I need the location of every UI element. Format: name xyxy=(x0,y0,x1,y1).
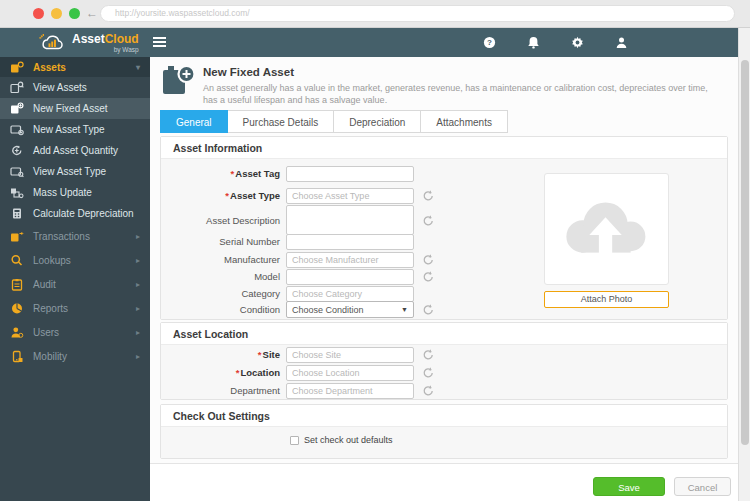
sidebar-item-mobility[interactable]: Mobility ▸ xyxy=(0,344,150,368)
back-arrow-icon[interactable]: ← xyxy=(86,6,98,20)
url-bar[interactable]: http://yoursite.waspassetcloud.com/ xyxy=(100,5,735,22)
form-tabs: General Purchase Details Depreciation At… xyxy=(160,110,508,133)
manufacturer-input[interactable] xyxy=(286,252,414,268)
serial-number-input[interactable] xyxy=(286,234,414,250)
maximize-window-icon[interactable] xyxy=(69,8,80,19)
refresh-icon[interactable] xyxy=(421,348,434,361)
sidebar-item-reports[interactable]: Reports ▸ xyxy=(0,296,150,320)
form-footer: Save Cancel xyxy=(150,463,738,501)
sidebar-item-users[interactable]: Users ▸ xyxy=(0,320,150,344)
tab-depreciation[interactable]: Depreciation xyxy=(334,110,421,133)
refresh-icon[interactable] xyxy=(421,384,434,397)
save-button[interactable]: Save xyxy=(593,477,665,496)
section-title-asset-information: Asset Information xyxy=(161,137,727,159)
sidebar-item-new-fixed-asset[interactable]: New Fixed Asset xyxy=(0,98,150,119)
transactions-icon xyxy=(10,230,24,243)
sidebar-item-add-asset-quantity[interactable]: Add Asset Quantity xyxy=(0,140,150,161)
chevron-right-icon: ▸ xyxy=(136,304,140,313)
section-title-asset-location: Asset Location xyxy=(161,323,727,345)
model-label: Model xyxy=(161,271,286,282)
sidebar-item-audit[interactable]: Audit ▸ xyxy=(0,272,150,296)
settings-gear-icon[interactable] xyxy=(571,36,584,49)
view-asset-type-icon xyxy=(10,165,24,178)
close-window-icon[interactable] xyxy=(33,8,44,19)
asset-tag-label: *Asset Tag xyxy=(161,168,286,179)
mass-update-icon xyxy=(10,186,24,199)
audit-clipboard-icon xyxy=(10,278,24,291)
refresh-icon[interactable] xyxy=(421,189,434,202)
notifications-bell-icon[interactable] xyxy=(527,36,540,49)
minimize-window-icon[interactable] xyxy=(51,8,62,19)
asset-type-input[interactable] xyxy=(286,188,414,204)
mobility-phone-icon xyxy=(10,350,24,363)
sidebar-item-transactions[interactable]: Transactions ▸ xyxy=(0,224,150,248)
manufacturer-label: Manufacturer xyxy=(161,254,286,265)
svg-text:?: ? xyxy=(487,38,492,47)
chevron-right-icon: ▸ xyxy=(136,256,140,265)
page-header: New Fixed Asset An asset generally has a… xyxy=(150,57,726,105)
cloud-upload-icon xyxy=(559,192,655,266)
brand-name-cloud: Cloud xyxy=(105,32,139,46)
condition-label: Condition xyxy=(161,304,286,315)
chevron-right-icon: ▸ xyxy=(136,328,140,337)
user-profile-icon[interactable] xyxy=(615,36,628,49)
model-input[interactable] xyxy=(286,269,414,285)
chevron-down-icon: ▾ xyxy=(136,63,140,72)
main-content: New Fixed Asset An asset generally has a… xyxy=(150,57,738,501)
app-header: AssetCloud by Wasp ? xyxy=(0,28,738,57)
photo-preview-panel xyxy=(544,173,669,285)
attach-photo-button[interactable]: Attach Photo xyxy=(544,291,669,308)
set-checkout-defaults-row[interactable]: Set check out defaults xyxy=(290,435,393,445)
asset-information-section: Asset Information *Asset Tag *Asset Type… xyxy=(160,136,728,320)
view-assets-icon xyxy=(10,81,24,94)
site-input[interactable] xyxy=(286,347,414,363)
sidebar-item-lookups[interactable]: Lookups ▸ xyxy=(0,248,150,272)
sidebar-nav: Assets ▾ View Assets New Fixed Asset New… xyxy=(0,57,150,501)
brand-logo: AssetCloud by Wasp xyxy=(36,30,139,54)
asset-type-label: *Asset Type xyxy=(161,190,286,201)
sidebar-item-assets[interactable]: Assets ▾ xyxy=(0,57,150,77)
cancel-button[interactable]: Cancel xyxy=(674,477,731,496)
users-person-icon xyxy=(10,326,24,339)
help-icon[interactable]: ? xyxy=(483,36,496,49)
page-title: New Fixed Asset xyxy=(203,66,294,78)
assets-box-icon xyxy=(10,61,24,74)
category-label: Category xyxy=(161,288,286,299)
location-input[interactable] xyxy=(286,365,414,381)
asset-tag-input[interactable] xyxy=(286,166,414,182)
sidebar-item-view-assets[interactable]: View Assets xyxy=(0,77,150,98)
new-fixed-asset-title-icon xyxy=(159,62,197,100)
refresh-icon[interactable] xyxy=(421,303,434,316)
refresh-icon[interactable] xyxy=(421,253,434,266)
sidebar-item-mass-update[interactable]: Mass Update xyxy=(0,182,150,203)
category-input[interactable] xyxy=(286,286,414,302)
tab-general[interactable]: General xyxy=(160,110,228,133)
asset-description-textarea[interactable] xyxy=(286,205,414,235)
chevron-down-icon: ▼ xyxy=(401,306,408,313)
add-asset-quantity-icon xyxy=(10,144,24,157)
sidebar-item-view-asset-type[interactable]: View Asset Type xyxy=(0,161,150,182)
set-checkout-defaults-checkbox[interactable] xyxy=(290,436,299,445)
assetcloud-cloud-logo-icon xyxy=(36,31,68,53)
sidebar-item-calculate-depreciation[interactable]: Calculate Depreciation xyxy=(0,203,150,224)
chevron-right-icon: ▸ xyxy=(136,280,140,289)
chevron-right-icon: ▸ xyxy=(136,232,140,241)
scrollbar-thumb[interactable] xyxy=(741,60,749,445)
set-checkout-defaults-label: Set check out defaults xyxy=(304,435,393,445)
refresh-icon[interactable] xyxy=(421,214,434,227)
department-input[interactable] xyxy=(286,383,414,399)
site-label: *Site xyxy=(161,349,286,360)
condition-select[interactable]: Choose Condition▼ xyxy=(286,301,414,318)
location-label: *Location xyxy=(161,367,286,378)
department-label: Department xyxy=(161,385,286,396)
refresh-icon[interactable] xyxy=(421,366,434,379)
hamburger-menu-icon[interactable] xyxy=(153,37,166,48)
page-scrollbar[interactable] xyxy=(738,28,750,501)
lookups-magnifier-icon xyxy=(10,254,24,267)
refresh-icon[interactable] xyxy=(421,270,434,283)
sidebar-item-new-asset-type[interactable]: New Asset Type xyxy=(0,119,150,140)
page-description: An asset generally has a value in the ma… xyxy=(203,83,708,93)
tab-attachments[interactable]: Attachments xyxy=(421,110,508,133)
brand-name-asset: Asset xyxy=(72,32,105,46)
tab-purchase-details[interactable]: Purchase Details xyxy=(228,110,335,133)
